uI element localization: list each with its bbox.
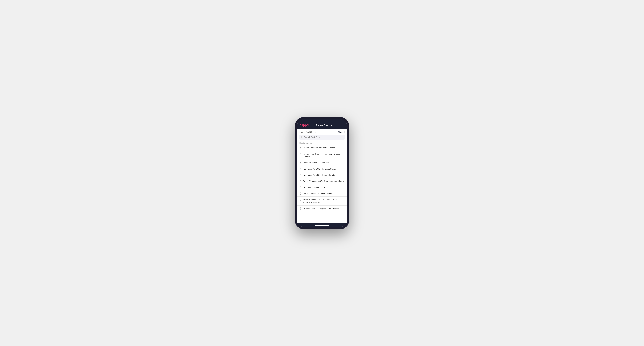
course-name: Central London Golf Centre, London [303, 146, 335, 149]
list-item[interactable]: Royal Wimbledon GC, Great London Authori… [297, 178, 347, 184]
phone-screen: clippd Recent Searches Find a Golf Cours… [297, 119, 347, 227]
svg-point-11 [300, 208, 301, 208]
svg-point-5 [300, 168, 301, 169]
svg-point-9 [300, 193, 301, 193]
courses-list: Central London Golf Centre, London Roeha… [297, 145, 347, 223]
status-bar [297, 119, 347, 122]
find-bar: Find a Golf Course Cancel [297, 129, 347, 135]
cancel-button[interactable]: Cancel [338, 131, 344, 133]
course-name: Coombe Hill GC, Kingston upon Thames [303, 207, 339, 210]
svg-point-8 [300, 186, 301, 187]
search-input[interactable] [304, 136, 344, 139]
location-icon [300, 153, 302, 155]
location-icon [300, 180, 302, 182]
svg-point-6 [300, 174, 301, 175]
course-name: Roehampton Club - Roehampton, Greater Lo… [303, 153, 344, 158]
home-indicator [297, 223, 347, 227]
app-logo: clippd [300, 123, 308, 127]
list-item[interactable]: Richmond Park GC - Duke's, London [297, 172, 347, 178]
location-icon [300, 174, 302, 176]
svg-point-2 [300, 147, 301, 148]
find-label: Find a Golf Course [300, 131, 317, 133]
list-item[interactable]: Richmond Park GC - Prince's, Surrey [297, 166, 347, 172]
list-item[interactable]: Dukes Meadows GC, London [297, 184, 347, 190]
location-icon [300, 207, 302, 210]
svg-line-1 [302, 137, 302, 138]
svg-point-3 [300, 153, 301, 154]
svg-point-7 [300, 180, 301, 181]
home-bar [315, 225, 329, 226]
course-name: Royal Wimbledon GC, Great London Authori… [303, 180, 344, 182]
list-item[interactable]: Brent Valley Municipal GC, London [297, 190, 347, 196]
app-header: clippd Recent Searches [297, 122, 347, 129]
course-name: Brent Valley Municipal GC, London [303, 192, 334, 195]
svg-point-4 [300, 162, 301, 163]
location-icon [300, 168, 302, 170]
list-item[interactable]: London Scottish GC, London [297, 160, 347, 166]
list-item[interactable]: Coombe Hill GC, Kingston upon Thames [297, 206, 347, 211]
main-content: Find a Golf Course Cancel Nearby courses… [297, 129, 347, 223]
course-name: Richmond Park GC - Duke's, London [303, 173, 336, 176]
location-icon [300, 198, 302, 201]
course-name: Richmond Park GC - Prince's, Surrey [303, 168, 336, 170]
search-icon [300, 136, 303, 138]
location-icon [300, 186, 302, 188]
menu-button[interactable] [341, 124, 344, 126]
list-item[interactable]: Roehampton Club - Roehampton, Greater Lo… [297, 151, 347, 160]
svg-point-10 [300, 199, 301, 199]
list-item[interactable]: Central London Golf Centre, London [297, 145, 347, 151]
course-name: Dukes Meadows GC, London [303, 186, 329, 189]
search-box [299, 135, 345, 140]
list-item[interactable]: North Middlesex GC (1011942 - North Midd… [297, 196, 347, 205]
phone-frame: clippd Recent Searches Find a Golf Cours… [295, 117, 349, 229]
course-name: North Middlesex GC (1011942 - North Midd… [303, 198, 344, 204]
course-name: London Scottish GC, London [303, 161, 329, 164]
nearby-label: Nearby courses [297, 141, 347, 145]
location-icon [300, 192, 302, 194]
location-icon [300, 162, 302, 164]
header-title: Recent Searches [316, 124, 334, 127]
location-icon [300, 147, 302, 149]
